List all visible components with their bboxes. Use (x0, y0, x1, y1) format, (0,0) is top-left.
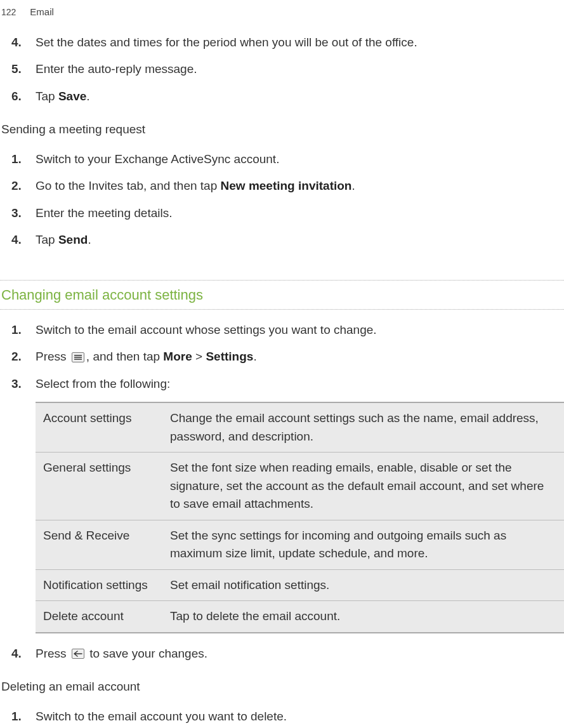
step-number: 1. (11, 708, 22, 726)
step-text-before: Tap (36, 233, 58, 246)
step-text-before: Go to the Invites tab, and then tap (36, 179, 221, 192)
step-text: Select from the following: (36, 377, 170, 390)
step-number: 4. (11, 231, 22, 249)
row-desc: Set email notification settings. (162, 569, 564, 601)
settings-table: Account settings Change the email accoun… (36, 402, 564, 633)
header-section: Email (30, 5, 54, 20)
heading-changing-email-account-settings: Changing email account settings (0, 281, 564, 309)
step-text-mid: , and then tap (86, 350, 164, 363)
row-desc: Tap to delete the email account. (162, 601, 564, 633)
table-row: Account settings Change the email accoun… (36, 402, 564, 453)
step-text-after: . (253, 350, 256, 363)
step-bold: Save (58, 89, 86, 103)
step-text: Switch to your Exchange ActiveSync accou… (36, 152, 279, 166)
step-2: 2. Go to the Invites tab, and then tap N… (23, 177, 564, 195)
step-2: 2. Press , and then tap More > Settings. (23, 348, 564, 366)
row-desc: Set the sync settings for incoming and o… (162, 520, 564, 569)
row-desc: Set the font size when reading emails, e… (162, 453, 564, 520)
step-number: 5. (11, 60, 22, 79)
row-desc: Change the email account settings such a… (162, 402, 564, 453)
step-number: 6. (11, 88, 22, 106)
step-text: Switch to the email account you want to … (36, 710, 287, 723)
step-text-before: Press (36, 350, 70, 363)
list-save-changes: 4. Press to save your changes. (0, 645, 564, 663)
subheading-deleting-email-account: Deleting an email account (1, 678, 564, 696)
subheading-sending-meeting-request: Sending a meeting request (1, 121, 564, 139)
step-3: 3. Select from the following: (23, 375, 564, 394)
step-text: Enter the auto-reply message. (36, 62, 197, 76)
row-label-send-receive: Send & Receive (36, 520, 162, 569)
list-delete-account: 1. Switch to the email account you want … (0, 708, 564, 729)
step-3: 3. Enter the meeting details. (23, 204, 564, 223)
step-text-after: . (86, 89, 89, 103)
step-bold-settings: Settings (206, 350, 253, 363)
step-6: 6. Tap Save. (23, 88, 564, 106)
step-number: 4. (11, 645, 22, 663)
step-text-after: to save your changes. (86, 647, 207, 660)
step-4: 4. Press to save your changes. (23, 645, 564, 663)
table-row: Send & Receive Set the sync settings for… (36, 520, 564, 569)
table-row: Notification settings Set email notifica… (36, 569, 564, 601)
step-text: Set the dates and times for the period w… (36, 36, 417, 49)
step-text: Switch to the email account whose settin… (36, 323, 377, 336)
step-text-before: Tap (36, 89, 58, 103)
list-meeting-request: 1. Switch to your Exchange ActiveSync ac… (0, 150, 564, 249)
step-4: 4. Tap Send. (23, 231, 564, 249)
row-label-delete-account: Delete account (36, 601, 162, 633)
step-number: 3. (11, 204, 22, 223)
step-bold: Send (58, 233, 88, 246)
menu-icon (72, 352, 84, 362)
step-text: Enter the meeting details. (36, 206, 172, 220)
step-number: 2. (11, 177, 22, 195)
page-number: 122 (1, 6, 16, 19)
step-1: 1. Switch to your Exchange ActiveSync ac… (23, 150, 564, 169)
step-number: 2. (11, 348, 22, 366)
step-number: 1. (11, 321, 22, 340)
step-number: 3. (11, 375, 22, 394)
table-row: General settings Set the font size when … (36, 453, 564, 520)
table-row: Delete account Tap to delete the email a… (36, 601, 564, 633)
step-text-after: . (88, 233, 91, 246)
step-number: 4. (11, 34, 22, 52)
row-label-account-settings: Account settings (36, 402, 162, 453)
step-text-after: . (351, 179, 355, 192)
list-change-settings: 1. Switch to the email account whose set… (0, 321, 564, 394)
row-label-notification-settings: Notification settings (36, 569, 162, 601)
gt: > (192, 350, 206, 363)
row-label-general-settings: General settings (36, 453, 162, 520)
step-bold-more: More (163, 350, 192, 363)
step-4: 4. Set the dates and times for the perio… (23, 34, 564, 52)
step-1: 1. Switch to the email account whose set… (23, 321, 564, 340)
step-1: 1. Switch to the email account you want … (23, 708, 564, 726)
list-out-of-office-continued: 4. Set the dates and times for the perio… (0, 34, 564, 106)
step-bold: New meeting invitation (221, 179, 352, 192)
step-5: 5. Enter the auto-reply message. (23, 60, 564, 79)
back-icon (72, 649, 84, 659)
step-text-before: Press (36, 647, 70, 660)
divider (0, 309, 564, 310)
step-number: 1. (11, 150, 22, 169)
